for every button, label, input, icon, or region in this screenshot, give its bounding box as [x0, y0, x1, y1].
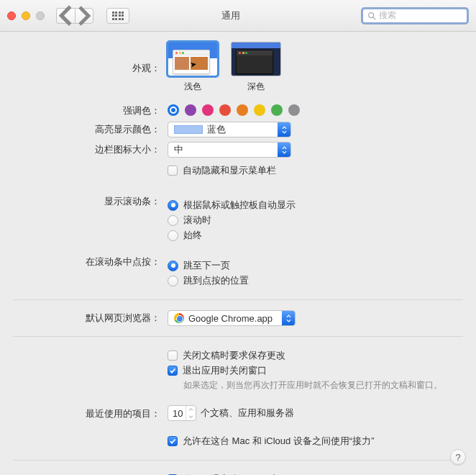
recent-label: 最近使用的项目：: [13, 406, 168, 420]
appearance-light-caption: 浅色: [168, 81, 218, 93]
highlight-value: 蓝色: [207, 123, 226, 136]
select-arrows-icon: [282, 311, 295, 325]
separator: [13, 460, 463, 461]
help-button[interactable]: ?: [450, 449, 466, 465]
accent-swatch-2[interactable]: [202, 104, 214, 116]
appearance-light-preview: ➤: [168, 42, 218, 76]
close-confirm-label: 关闭文稿时要求保存更改: [183, 349, 285, 362]
scrollbars-label: 显示滚动条：: [13, 194, 168, 208]
scroll-click-option-label: 跳至下一页: [183, 259, 230, 272]
sidebar-icon-label: 边栏图标大小：: [13, 142, 168, 156]
accent-swatch-7[interactable]: [288, 104, 300, 116]
select-arrows-icon: [278, 142, 290, 157]
titlebar: 通用 搜索: [0, 0, 476, 32]
handoff-checkbox[interactable]: 允许在这台 Mac 和 iCloud 设备之间使用“接力”: [168, 435, 463, 448]
radio-icon: [168, 230, 178, 241]
content: 外观： ➤ 浅色: [0, 32, 476, 475]
accent-swatches: [168, 103, 463, 116]
window-title: 通用: [108, 9, 354, 22]
scrollbars-option-label: 滚动时: [183, 214, 211, 227]
appearance-light-option[interactable]: ➤ 浅色: [168, 42, 218, 93]
scroll-click-options: 跳至下一页跳到点按的位置: [168, 257, 463, 289]
autohide-menubar-checkbox[interactable]: 自动隐藏和显示菜单栏: [168, 164, 463, 177]
recent-count-stepper[interactable]: 10: [168, 405, 196, 421]
browser-value: Google Chrome.app: [188, 313, 273, 324]
radio-icon: [168, 200, 178, 211]
scroll-click-option-0[interactable]: 跳至下一页: [168, 259, 463, 272]
scrollbars-option-label: 根据鼠标或触控板自动显示: [183, 199, 296, 212]
close-confirm-checkbox[interactable]: 关闭文稿时要求保存更改: [168, 349, 463, 362]
svg-line-1: [373, 17, 375, 19]
close-windows-label: 退出应用时关闭窗口: [183, 364, 267, 377]
separator: [13, 299, 463, 300]
chevron-right-icon: [75, 5, 93, 27]
accent-swatch-3[interactable]: [219, 104, 231, 116]
recent-count-value: 10: [173, 408, 183, 419]
autohide-menubar-label: 自动隐藏和显示菜单栏: [183, 164, 276, 177]
close-windows-hint: 如果选定，则当您再次打开应用时就不会恢复已打开的文稿和窗口。: [183, 380, 463, 391]
sidebar-icon-value: 中: [168, 143, 278, 156]
select-arrows-icon: [278, 122, 290, 137]
scrollbars-option-1[interactable]: 滚动时: [168, 214, 463, 227]
back-button[interactable]: [56, 8, 75, 24]
svg-point-0: [369, 12, 374, 17]
close-windows-checkbox[interactable]: 退出应用时关闭窗口: [168, 364, 463, 377]
handoff-label: 允许在这台 Mac 和 iCloud 设备之间使用“接力”: [183, 435, 375, 448]
scroll-click-option-label: 跳到点按的位置: [183, 274, 249, 287]
highlight-color-chip: [174, 125, 203, 134]
accent-swatch-6[interactable]: [271, 104, 283, 116]
radio-icon: [168, 261, 178, 271]
search-placeholder: 搜索: [379, 9, 396, 22]
recent-suffix: 个文稿、应用和服务器: [201, 407, 294, 420]
window-controls: [7, 12, 45, 20]
accent-swatch-4[interactable]: [237, 104, 248, 116]
browser-label: 默认网页浏览器：: [13, 310, 168, 325]
sidebar-icon-select[interactable]: 中: [168, 142, 291, 158]
checkbox-icon: [168, 436, 178, 446]
scroll-click-label: 在滚动条中点按：: [13, 254, 168, 268]
chrome-icon: [174, 313, 184, 323]
accent-swatch-5[interactable]: [254, 104, 265, 116]
separator: [13, 336, 463, 337]
scroll-click-option-1[interactable]: 跳到点按的位置: [168, 274, 463, 287]
accent-swatch-0[interactable]: [168, 104, 179, 116]
appearance-label: 外观：: [13, 60, 168, 75]
scrollbars-options: 根据鼠标或触控板自动显示滚动时始终: [168, 196, 463, 244]
checkbox-icon: [168, 350, 178, 361]
appearance-dark-preview: [231, 42, 281, 76]
accent-label: 强调色：: [13, 103, 168, 117]
forward-button[interactable]: [75, 8, 93, 24]
scrollbars-option-label: 始终: [183, 229, 202, 242]
checkbox-icon: [168, 166, 178, 176]
scrollbars-option-2[interactable]: 始终: [168, 229, 463, 242]
chevron-left-icon: [57, 4, 75, 27]
stepper-arrows-icon: [186, 406, 196, 420]
zoom-window-button: [36, 12, 45, 20]
nav-buttons: [56, 8, 93, 24]
scrollbars-option-0[interactable]: 根据鼠标或触控板自动显示: [168, 199, 463, 212]
browser-select[interactable]: Google Chrome.app: [168, 310, 296, 326]
radio-icon: [168, 276, 178, 286]
search-field[interactable]: 搜索: [361, 7, 469, 24]
search-icon: [367, 12, 376, 20]
appearance-dark-caption: 深色: [231, 81, 281, 93]
checkbox-icon: [168, 366, 178, 376]
radio-icon: [168, 215, 178, 226]
minimize-window-button[interactable]: [22, 12, 30, 20]
close-window-button[interactable]: [7, 12, 16, 20]
appearance-dark-option[interactable]: 深色: [231, 42, 281, 93]
highlight-select[interactable]: 蓝色: [168, 122, 291, 137]
highlight-label: 高亮显示颜色：: [13, 122, 168, 136]
accent-swatch-1[interactable]: [185, 104, 196, 116]
